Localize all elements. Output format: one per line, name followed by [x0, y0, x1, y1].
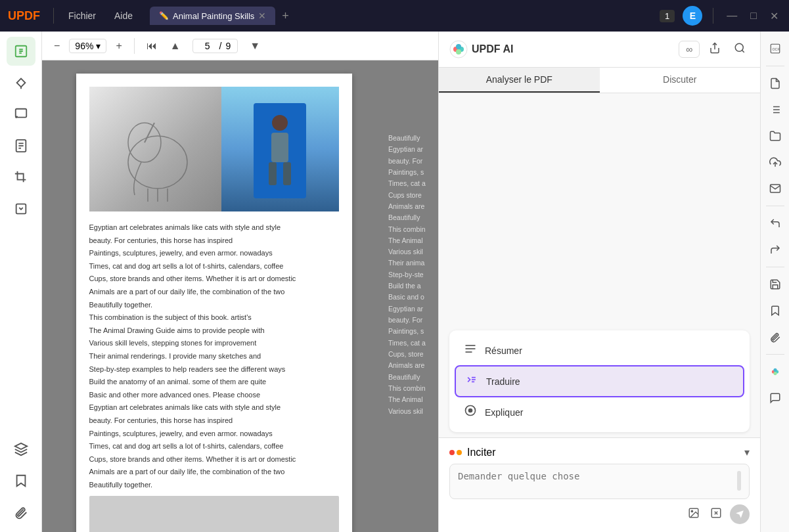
ai-input-box[interactable]: [449, 464, 750, 499]
sidebar-icon-crop[interactable]: [7, 163, 35, 192]
pdf-side-text-column: Beautifully Egyptian ar beauty. For Pain…: [386, 60, 438, 532]
side-text-22: This combin: [388, 383, 436, 394]
ai-send-button[interactable]: [730, 504, 750, 524]
infinity-button[interactable]: ∞: [679, 41, 700, 58]
sidebar-icon-stamp[interactable]: [7, 194, 35, 223]
nav-next-button[interactable]: ▼: [246, 37, 264, 55]
right-icon-comments[interactable]: [763, 386, 787, 410]
window-close[interactable]: ✕: [767, 10, 781, 22]
main-layout: − 96% ▾ + ⏮ ▲ / 9 ▼: [0, 32, 789, 532]
right-icon-document[interactable]: [763, 72, 787, 95]
zoom-in-button[interactable]: +: [112, 37, 125, 55]
svg-rect-15: [283, 162, 291, 185]
right-icon-ocr[interactable]: OCR: [763, 37, 787, 60]
ai-export-button[interactable]: [705, 39, 725, 59]
tab-icon: ✏️: [159, 11, 169, 20]
sidebar-icon-comment[interactable]: [7, 100, 35, 129]
inciter-dots: [449, 450, 462, 455]
ai-tab-analyser-label: Analyser le PDF: [486, 74, 552, 85]
ai-tab-discuter[interactable]: Discuter: [600, 68, 761, 93]
ai-actions-panel: Résumer Traduire Expliquer: [449, 330, 750, 432]
right-icon-undo[interactable]: [763, 211, 787, 235]
side-text-9: The Animal: [388, 235, 436, 246]
nav-prev-button[interactable]: ▲: [166, 37, 185, 55]
pdf-para-13: Basic and other more advanced ones. Plea…: [89, 389, 339, 401]
ai-expliquer-button[interactable]: Expliquer: [455, 397, 744, 427]
right-separator-3: [766, 267, 784, 267]
pdf-para-20: Beautifully together.: [89, 479, 339, 491]
ai-traduire-button[interactable]: Traduire: [455, 365, 744, 397]
ai-tab-analyser[interactable]: Analyser le PDF: [439, 68, 600, 93]
pdf-para-10: Their animal renderings. I provide many …: [89, 351, 339, 363]
pdf-para-19: Animals are a part of our daily life, th…: [89, 466, 339, 478]
expliquer-icon: [462, 404, 478, 420]
side-text-15: Egyptian ar: [388, 303, 436, 315]
updf-logo: UPDF: [8, 9, 40, 23]
ai-resume-button[interactable]: Résumer: [455, 336, 744, 365]
menu-fichier[interactable]: Fichier: [62, 8, 102, 24]
sidebar-icon-highlight[interactable]: [7, 68, 35, 97]
pdf-para-14: Egyptian art celebrates animals like cat…: [89, 402, 339, 414]
right-icon-folder[interactable]: [763, 124, 787, 148]
svg-marker-8: [14, 443, 26, 449]
right-icon-clip[interactable]: [763, 325, 787, 349]
window-number[interactable]: 1: [660, 10, 675, 22]
pdf-para-3: Times, cat and dog art sells a lot of t-…: [89, 261, 339, 273]
pdf-main-column[interactable]: Egyptian art celebrates animals like cat…: [42, 60, 386, 532]
ai-input-field[interactable]: [458, 471, 732, 492]
ai-tabs: Analyser le PDF Discuter: [439, 68, 760, 93]
side-text-3: Paintings, s: [388, 167, 436, 178]
ai-traduire-label: Traduire: [486, 376, 520, 387]
zoom-out-button[interactable]: −: [50, 37, 64, 55]
inciter-chevron-icon[interactable]: ▾: [744, 446, 750, 458]
side-text-7: Beautifully: [388, 212, 436, 223]
pdf-toolbar: − 96% ▾ + ⏮ ▲ / 9 ▼: [42, 32, 438, 60]
right-icon-ai-chat[interactable]: [763, 360, 787, 384]
pdf-image-container: [89, 87, 339, 211]
pdf-para-12: Build the anatomy of an animal. some of …: [89, 376, 339, 388]
input-scrollbar[interactable]: [737, 471, 741, 491]
right-icon-redo[interactable]: [763, 238, 787, 261]
pdf-area: − 96% ▾ + ⏮ ▲ / 9 ▼: [42, 32, 438, 532]
side-text-0: Beautifully: [388, 133, 436, 144]
side-text-6: Animals are: [388, 201, 436, 212]
tab-close-button[interactable]: ✕: [258, 11, 266, 21]
side-text-1: Egyptian ar: [388, 144, 436, 155]
ai-input-area: Inciter ▾: [439, 437, 760, 532]
zoom-dropdown-icon: ▾: [96, 41, 101, 51]
ai-image-tool-button[interactable]: [685, 504, 702, 524]
right-icon-upload[interactable]: [763, 150, 787, 174]
sidebar-icon-page[interactable]: [7, 131, 35, 160]
zoom-display[interactable]: 96% ▾: [69, 39, 106, 53]
sidebar-icon-bookmark[interactable]: [7, 466, 35, 495]
sidebar-icon-attach[interactable]: [7, 498, 35, 527]
side-text-13: Build the a: [388, 280, 436, 292]
side-text-20: Animals are: [388, 360, 436, 371]
right-icon-save[interactable]: [763, 273, 787, 296]
page-separator: /: [219, 41, 222, 51]
right-icon-email[interactable]: [763, 177, 787, 200]
tab-animal-painting[interactable]: ✏️ Animal Painting Skills ✕: [150, 7, 275, 25]
tab-add-button[interactable]: +: [278, 9, 293, 23]
right-separator-2: [766, 206, 784, 206]
svg-point-21: [735, 43, 743, 51]
toolbar-separator: [134, 38, 135, 54]
sidebar-icon-edit[interactable]: [7, 37, 35, 66]
sidebar-icon-layers[interactable]: [7, 435, 35, 464]
pdf-para-0: Egyptian art celebrates animals like cat…: [89, 222, 339, 234]
ai-attach-tool-button[interactable]: [708, 504, 725, 524]
window-maximize[interactable]: □: [748, 10, 759, 22]
right-icon-list[interactable]: [763, 98, 787, 122]
page-input[interactable]: [200, 41, 215, 51]
user-avatar[interactable]: E: [683, 6, 702, 26]
pdf-para-7: This combination is the subject of this …: [89, 312, 339, 324]
ai-expliquer-label: Expliquer: [485, 407, 523, 418]
ai-inciter-row: Inciter ▾: [449, 446, 750, 458]
right-icon-bookmark[interactable]: [763, 299, 787, 322]
window-minimize[interactable]: —: [724, 10, 740, 22]
nav-first-button[interactable]: ⏮: [143, 37, 161, 55]
ai-search-button[interactable]: [730, 39, 750, 59]
menu-aide[interactable]: Aide: [108, 8, 139, 24]
topbar-separator-1: [53, 8, 54, 24]
pdf-para-17: Times, cat and dog art sells a lot of t-…: [89, 441, 339, 453]
